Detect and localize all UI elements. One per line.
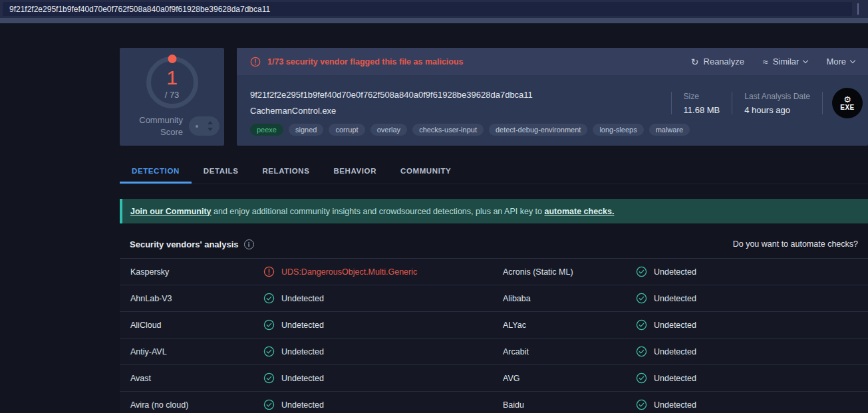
check-icon — [636, 266, 647, 277]
detection-result-malicious: UDS:DangerousObject.Multi.Generic — [263, 266, 503, 277]
file-size-block: Size 11.68 MB — [672, 92, 732, 115]
chevron-down-icon — [850, 58, 855, 63]
tag-overlay[interactable]: overlay — [370, 124, 407, 136]
tabs: DETECTIONDETAILSRELATIONSBEHAVIORCOMMUNI… — [120, 162, 868, 184]
gauge-marker-dot — [168, 55, 176, 63]
detection-result-clean: Undetected — [636, 319, 868, 331]
vendor-name: Avast — [130, 374, 263, 383]
info-icon[interactable]: i — [244, 239, 254, 249]
tab-details[interactable]: DETAILS — [192, 162, 251, 184]
table-row: Avira (no cloud)UndetectedBaiduUndetecte… — [120, 392, 868, 413]
vendor-name: Avira (no cloud) — [130, 400, 263, 410]
chevron-down-icon — [803, 58, 808, 63]
table-row: KasperskyUDS:DangerousObject.Multi.Gener… — [120, 259, 868, 285]
vendors-analysis-header: Security vendors' analysis i Do you want… — [120, 239, 868, 259]
last-analysis-value: 4 hours ago — [744, 105, 810, 115]
vendor-name: Baidu — [503, 400, 636, 410]
vendor-name: AhnLab-V3 — [130, 294, 263, 303]
community-score-row: Community Score — [120, 114, 224, 138]
detection-result-clean: Undetected — [263, 319, 503, 331]
check-icon — [263, 319, 275, 331]
table-row: Antiy-AVLUndetectedArcabitUndetected — [120, 339, 868, 365]
table-row: AhnLab-V3UndetectedAlibabaUndetected — [120, 285, 868, 312]
main-content: 1 / 73 Community Score — [120, 48, 868, 413]
detection-result-clean: Undetected — [636, 293, 868, 304]
tab-relations[interactable]: RELATIONS — [250, 162, 321, 184]
check-icon — [263, 399, 275, 410]
size-label: Size — [684, 92, 720, 101]
vendor-name: Antiy-AVL — [130, 347, 263, 356]
warning-icon — [263, 266, 275, 277]
reanalyze-button[interactable]: ↻ Reanalyze — [691, 57, 744, 67]
vendor-name: AliCloud — [130, 321, 263, 330]
vote-down-icon[interactable] — [208, 128, 213, 131]
positives-count: 1 — [151, 68, 194, 88]
table-row: AvastUndetectedAVGUndetected — [120, 365, 868, 392]
vendors-total: / 73 — [151, 90, 194, 100]
size-value: 11.68 MB — [684, 105, 720, 115]
vendor-name: Alibaba — [503, 294, 636, 303]
tab-detection[interactable]: DETECTION — [120, 162, 192, 184]
file-header: 1 / 73 Community Score — [120, 48, 868, 146]
vote-widget[interactable] — [189, 116, 219, 136]
file-meta: Size 11.68 MB Last Analysis Date 4 hours… — [671, 88, 863, 118]
check-icon — [636, 319, 647, 331]
exe-badge-label: EXE — [840, 104, 855, 111]
gear-icon: ⚙ — [843, 95, 851, 104]
exe-file-icon: ⚙ EXE — [832, 88, 863, 118]
banner-text: and enjoy additional community insights … — [212, 207, 545, 216]
check-icon — [636, 346, 647, 357]
check-icon — [263, 346, 275, 357]
last-analysis-block: Last Analysis Date 4 hours ago — [732, 92, 822, 115]
tag-corrupt[interactable]: corrupt — [329, 124, 364, 136]
similar-icon: ≈ — [763, 57, 768, 67]
check-icon — [636, 399, 647, 410]
detection-result-clean: Undetected — [636, 372, 868, 384]
tag-signed[interactable]: signed — [289, 124, 323, 136]
tab-community[interactable]: COMMUNITY — [388, 162, 463, 184]
community-score-label: Community Score — [139, 114, 183, 138]
detection-result-clean: Undetected — [263, 399, 503, 410]
topbar-divider — [857, 3, 859, 15]
tag-long-sleeps[interactable]: long-sleeps — [593, 124, 643, 136]
detection-score-card: 1 / 73 Community Score — [120, 48, 224, 146]
search-input[interactable] — [3, 2, 852, 16]
malicious-alert-banner: 1/73 security vendor flagged this file a… — [237, 48, 868, 75]
check-icon — [263, 372, 275, 384]
last-analysis-label: Last Analysis Date — [744, 92, 810, 101]
automate-checks-prompt: Do you want to automate checks? — [733, 239, 858, 249]
file-tags: peexesignedcorruptoverlaychecks-user-inp… — [250, 124, 868, 136]
check-icon — [636, 372, 647, 384]
more-button[interactable]: More — [826, 57, 855, 67]
header-accent-strip — [0, 18, 868, 23]
vote-dot — [196, 125, 198, 128]
tag-peexe[interactable]: peexe — [250, 124, 283, 136]
tag-malware[interactable]: malware — [649, 124, 690, 136]
detection-result-clean: Undetected — [263, 372, 503, 384]
vendor-name: AVG — [503, 374, 636, 383]
reanalyze-icon: ↻ — [691, 57, 699, 67]
vendors-analysis-title: Security vendors' analysis — [130, 239, 239, 249]
vendor-name: Kaspersky — [130, 267, 263, 277]
detection-result-clean: Undetected — [636, 399, 868, 410]
alert-message: 1/73 security vendor flagged this file a… — [250, 57, 464, 67]
table-row: AliCloudUndetectedALYacUndetected — [120, 312, 868, 339]
join-community-link[interactable]: Join our Community — [130, 207, 212, 216]
vendor-name: Arcabit — [503, 347, 636, 356]
community-banner: Join our Community and enjoy additional … — [120, 199, 868, 223]
vote-up-icon[interactable] — [208, 121, 213, 124]
detection-result-clean: Undetected — [636, 266, 868, 277]
meta-divider — [822, 92, 823, 114]
vendor-name: ALYac — [503, 321, 636, 330]
tag-checks-user-input[interactable]: checks-user-input — [412, 124, 484, 136]
tab-behavior[interactable]: BEHAVIOR — [321, 162, 388, 184]
automate-checks-link[interactable]: automate checks. — [545, 207, 615, 216]
check-icon — [263, 293, 275, 304]
file-info-card: 1/73 security vendor flagged this file a… — [237, 48, 868, 146]
check-icon — [636, 293, 647, 304]
similar-button[interactable]: ≈ Similar — [763, 57, 807, 67]
detection-result-clean: Undetected — [636, 346, 868, 357]
detection-score-gauge: 1 / 73 — [146, 57, 198, 108]
tag-detect-debug-environment[interactable]: detect-debug-environment — [489, 124, 587, 136]
warning-icon — [250, 57, 261, 67]
